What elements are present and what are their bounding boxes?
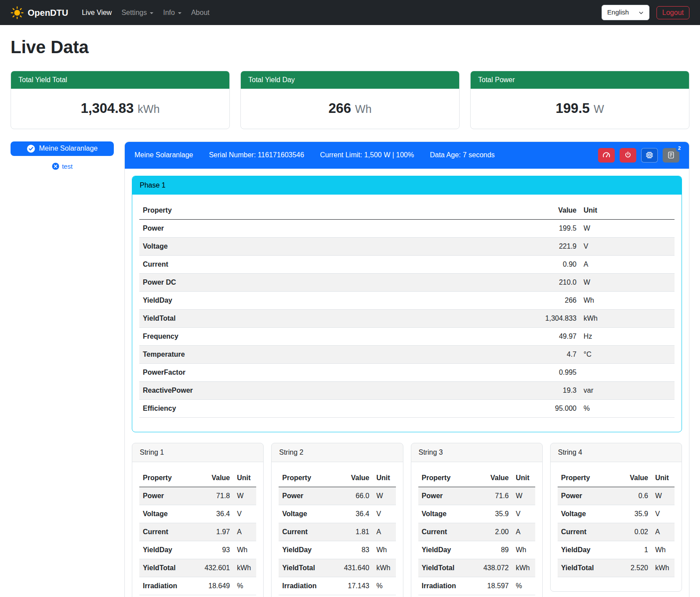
row-unit: kWh [233,559,256,577]
device-info-button[interactable] [641,148,658,163]
speedometer-icon [602,151,611,159]
table-row: Voltage 36.4 V [279,505,395,523]
summary-card-body: 1,304.83 kWh [11,89,229,129]
row-property: YieldDay [418,541,477,559]
event-log-button[interactable]: 2 [663,148,679,163]
summary-card-title: Total Power [471,71,689,89]
row-property: Current [418,523,477,541]
row-property: Power [418,487,477,505]
row-unit: var [580,381,675,399]
row-value: 1,304.833 [519,309,580,327]
row-value: 49.97 [519,327,580,345]
row-property: Voltage [558,505,617,523]
power-toggle-button[interactable] [620,148,636,163]
row-property: Efficiency [139,399,519,417]
row-property: Irradiation [139,577,198,595]
property-header: Property [139,469,198,487]
navbar-right: English Logout [602,5,689,20]
summary-value: 199.5 [555,98,590,119]
table-row: Power 66.0 W [279,487,395,505]
row-property: Voltage [279,505,337,523]
string-card-body: Property Value Unit Power [132,462,263,597]
table-row: YieldTotal 438.072 kWh [418,559,535,577]
summary-card-body: 266 Wh [241,89,459,129]
string-table-body: Power 71.6 W Voltage 35.9 V [418,487,535,595]
language-select[interactable]: English [602,5,649,20]
inverter-select-label: Meine Solaranlage [39,145,98,152]
row-value: 18.597 [477,577,512,595]
row-unit: A [652,523,675,541]
string-table: Property Value Unit Power [279,469,395,595]
value-header: Value [198,469,233,487]
row-value: 438.072 [477,559,512,577]
string-table-body: Power 0.6 W Voltage 35.9 V [558,487,675,577]
phase-card-body: Property Value Unit Power [132,195,682,432]
row-value: 66.0 [338,487,373,505]
string-card-title: String 3 [411,443,542,462]
row-property: Power [279,487,337,505]
phase-table-body: Power 199.5 W Voltage 221.9 V [139,219,675,417]
row-property: Temperature [139,345,519,363]
table-row: Frequency 49.97 Hz [139,327,675,345]
row-value: 71.8 [198,487,233,505]
nav-live-view[interactable]: Live View [77,4,116,22]
row-property: Voltage [139,237,519,255]
brand[interactable]: OpenDTU [11,6,68,19]
row-value: 4.7 [519,345,580,363]
inverter-header: Meine Solaranlage Serial Number: 1161716… [125,142,689,169]
limit-settings-button[interactable] [598,148,615,163]
inverter-serial: Serial Number: 116171603546 [209,150,304,160]
x-circle-icon [52,163,59,170]
table-row: YieldTotal 2.520 kWh [558,559,675,577]
table-row: Voltage 35.9 V [418,505,535,523]
row-unit: kWh [580,309,675,327]
string-card-body: Property Value Unit Power [551,462,682,591]
unit-header: Unit [373,469,396,487]
row-value: 18.649 [198,577,233,595]
table-row: Current 0.02 A [558,523,675,541]
row-value: 1.97 [198,523,233,541]
string-card-title: String 1 [132,443,263,462]
row-value: 432.601 [198,559,233,577]
inverter-select-button[interactable]: Meine Solaranlage [11,141,114,156]
table-row: YieldDay 266 Wh [139,291,675,309]
row-property: PowerFactor [139,363,519,381]
row-unit: % [512,577,535,595]
phase-table: Property Value Unit Power [139,202,675,418]
row-unit: A [233,523,256,541]
row-unit: W [652,487,675,505]
table-header-row: Property Value Unit [279,469,395,487]
row-value: 431.640 [338,559,373,577]
page-title: Live Data [11,34,689,60]
sidebar-item-test[interactable]: test [11,162,114,172]
string-table: Property Value Unit Power [139,469,256,595]
string-table: Property Value Unit Power [418,469,535,595]
row-value: 221.9 [519,237,580,255]
summary-value: 266 [328,98,351,119]
row-unit: V [512,505,535,523]
nav-about[interactable]: About [186,4,214,22]
logout-button[interactable]: Logout [656,6,689,19]
nav-info[interactable]: Info [158,4,186,22]
unit-header: Unit [652,469,675,487]
row-value: 2.520 [617,559,652,577]
row-property: Voltage [418,505,477,523]
row-value: 35.9 [477,505,512,523]
summary-card-total-yield-day: Total Yield Day 266 Wh [240,71,460,129]
row-property: Irradiation [418,577,477,595]
row-unit: W [512,487,535,505]
row-unit: % [233,577,256,595]
row-unit: Wh [512,541,535,559]
table-row: YieldDay 83 Wh [279,541,395,559]
nav-settings[interactable]: Settings [116,4,158,22]
row-value: 93 [198,541,233,559]
row-unit: V [652,505,675,523]
table-row: Irradiation 18.597 % [418,577,535,595]
row-value: 210.0 [519,273,580,291]
row-unit: A [512,523,535,541]
table-row: Power 199.5 W [139,219,675,237]
string-card-title: String 2 [272,443,403,462]
row-value: 1 [617,541,652,559]
row-unit: W [233,487,256,505]
string-card-body: Property Value Unit Power [272,462,403,597]
